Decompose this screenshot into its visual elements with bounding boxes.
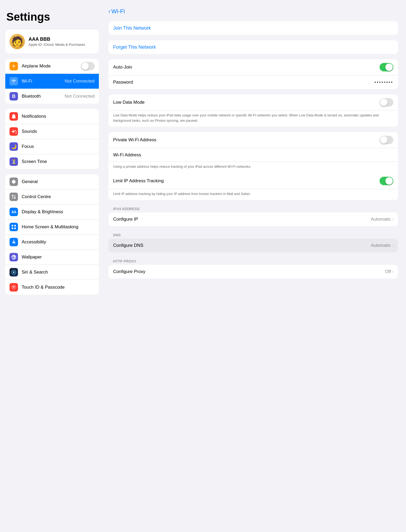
wifi-label: Wi-Fi [22, 79, 63, 84]
sidebar-item-wallpaper[interactable]: Wallpaper [5, 250, 99, 265]
svg-rect-4 [12, 225, 13, 226]
siri-icon [10, 268, 18, 276]
privacy-section: Private Wi-Fi Address Wi-Fi Address Usin… [108, 132, 398, 200]
back-label: Wi-Fi [111, 8, 125, 15]
wifi-address-row: Wi-Fi Address [108, 148, 398, 162]
connectivity-group: ✈ Airplane Mode Wi-Fi Not Connected B Bl… [5, 59, 99, 104]
wifi-value: Not Connected [65, 79, 95, 84]
displaybrightness-icon: AA [10, 208, 18, 216]
configure-dns-row[interactable]: Configure DNS Automatic › [108, 239, 398, 252]
autojoin-password-section: Auto-Join Password •••••••• [108, 59, 398, 89]
airplane-toggle[interactable] [81, 62, 95, 70]
sidebar-item-focus[interactable]: 🌙 Focus [5, 139, 99, 154]
autojoin-label: Auto-Join [113, 65, 380, 70]
private-address-description: Using a private address helps reduce tra… [108, 162, 398, 173]
sidebar-item-wifi[interactable]: Wi-Fi Not Connected [5, 74, 99, 89]
sidebar-item-siri[interactable]: Siri & Search [5, 265, 99, 280]
sidebar-item-screentime[interactable]: ⏳ Screen Time [5, 154, 99, 169]
notifications-label: Notifications [22, 114, 95, 119]
join-network-label: Join This Network [113, 25, 393, 31]
low-data-section: Low Data Mode Low Data Mode helps reduce… [108, 94, 398, 127]
svg-point-8 [13, 240, 14, 241]
avatar: 🧑 [10, 34, 25, 49]
accessibility-icon [10, 238, 18, 246]
ipv4-section-header: IPV4 ADDRESS Configure IP Automatic › [108, 205, 398, 226]
wifi-detail-panel: ‹ Wi-Fi Join This Network Forget This Ne… [103, 0, 406, 532]
sidebar-item-sounds[interactable]: Sounds [5, 124, 99, 139]
general-label: General [22, 179, 95, 184]
airplane-label: Airplane Mode [22, 63, 81, 69]
low-data-row[interactable]: Low Data Mode [108, 94, 398, 111]
sidebar-item-airplane[interactable]: ✈ Airplane Mode [5, 59, 99, 74]
sounds-label: Sounds [22, 129, 95, 134]
wallpaper-icon [10, 253, 18, 261]
system-group: Notifications Sounds 🌙 Focus ⏳ Screen Ti… [5, 109, 99, 169]
settings-title: Settings [5, 11, 99, 23]
svg-rect-7 [14, 228, 16, 229]
focus-icon: 🌙 [10, 142, 18, 151]
join-network-row[interactable]: Join This Network [108, 21, 398, 35]
configure-proxy-label: Configure Proxy [113, 269, 383, 274]
back-chevron-icon: ‹ [108, 8, 110, 14]
configure-ip-section: Configure IP Automatic › [108, 212, 398, 226]
general-icon [10, 178, 18, 186]
wifi-address-label: Wi-Fi Address [113, 152, 393, 158]
sidebar-item-bluetooth[interactable]: B Bluetooth Not Connected [5, 89, 99, 104]
low-data-description: Low Data Mode helps reduce your iPad dat… [108, 111, 398, 127]
touchid-icon [10, 283, 18, 292]
notifications-icon [10, 112, 18, 121]
autojoin-toggle[interactable] [380, 63, 393, 71]
bluetooth-icon: B [10, 92, 18, 101]
limit-ip-label: Limit IP Address Tracking [113, 178, 380, 184]
configure-proxy-row[interactable]: Configure Proxy Off › [108, 265, 398, 279]
sidebar-item-accessibility[interactable]: Accessibility [5, 235, 99, 250]
siri-label: Siri & Search [22, 270, 95, 275]
back-navigation[interactable]: ‹ Wi-Fi [108, 8, 398, 15]
forget-network-row[interactable]: Forget This Network [108, 40, 398, 54]
configure-ip-label: Configure IP [113, 217, 369, 222]
account-card[interactable]: 🧑 AAA BBB Apple ID, iCloud, Media & Purc… [5, 30, 99, 53]
svg-point-2 [12, 197, 13, 199]
svg-point-0 [12, 195, 13, 197]
limit-ip-toggle[interactable] [380, 177, 393, 185]
sidebar-item-touchid[interactable]: Touch ID & Passcode [5, 280, 99, 295]
wallpaper-label: Wallpaper [22, 254, 95, 260]
homescreen-label: Home Screen & Multitasking [22, 224, 95, 230]
svg-point-13 [13, 272, 14, 273]
private-wifi-row[interactable]: Private Wi-Fi Address [108, 132, 398, 148]
configure-proxy-section: Configure Proxy Off › [108, 265, 398, 279]
low-data-toggle[interactable] [380, 98, 393, 107]
displaybrightness-label: Display & Brightness [22, 209, 95, 215]
network-actions-section: Join This Network [108, 21, 398, 35]
password-label: Password [113, 80, 372, 85]
sidebar-item-controlcentre[interactable]: Control Centre [5, 189, 99, 204]
password-row[interactable]: Password •••••••• [108, 75, 398, 89]
sidebar-item-homescreen[interactable]: Home Screen & Multitasking [5, 220, 99, 235]
configure-dns-label: Configure DNS [113, 243, 369, 248]
account-name: AAA BBB [29, 37, 85, 42]
private-wifi-label: Private Wi-Fi Address [113, 137, 380, 143]
configure-ip-value: Automatic [371, 217, 391, 222]
svg-point-14 [13, 287, 14, 288]
http-proxy-section-header: HTTP PROXY Configure Proxy Off › [108, 258, 398, 279]
sidebar-item-displaybrightness[interactable]: AA Display & Brightness [5, 204, 99, 220]
configure-ip-row[interactable]: Configure IP Automatic › [108, 212, 398, 226]
account-info: AAA BBB Apple ID, iCloud, Media & Purcha… [29, 37, 85, 47]
autojoin-row[interactable]: Auto-Join [108, 59, 398, 75]
sidebar-item-notifications[interactable]: Notifications [5, 109, 99, 124]
configure-dns-chevron: › [392, 243, 393, 248]
sounds-icon [10, 127, 18, 136]
dns-header-label: DNS [108, 231, 398, 239]
wifi-icon [10, 77, 18, 85]
limit-ip-row[interactable]: Limit IP Address Tracking [108, 173, 398, 189]
svg-point-1 [14, 195, 16, 197]
more-group: General Control Centre AA Display & Brig… [5, 174, 99, 295]
svg-rect-6 [12, 228, 13, 229]
accessibility-label: Accessibility [22, 239, 95, 245]
configure-ip-chevron: › [392, 217, 393, 222]
screentime-icon: ⏳ [10, 157, 18, 166]
low-data-label: Low Data Mode [113, 100, 380, 105]
sidebar-item-general[interactable]: General [5, 174, 99, 189]
private-wifi-toggle[interactable] [380, 136, 393, 144]
focus-label: Focus [22, 144, 95, 149]
